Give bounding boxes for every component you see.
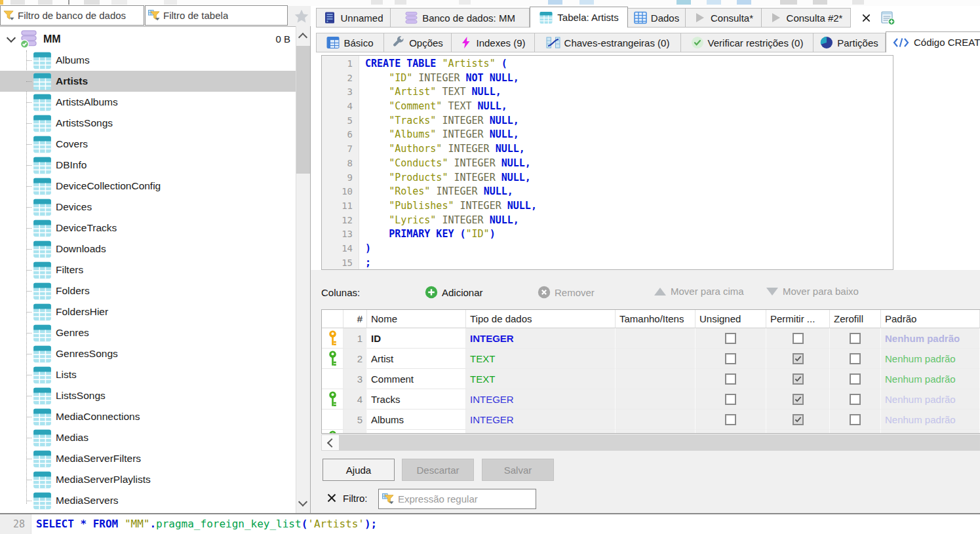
editor-tab-op-es[interactable]: Opções xyxy=(384,33,452,52)
column-row-tracks[interactable]: 4TracksINTEGERNenhum padrão xyxy=(322,389,980,410)
checkbox-checked[interactable] xyxy=(793,373,804,385)
tree-item-table-genres[interactable]: Genres xyxy=(0,322,296,343)
filter-close-icon[interactable] xyxy=(326,492,337,503)
grid-header-key[interactable] xyxy=(322,310,343,328)
checkbox-checked[interactable] xyxy=(793,353,804,364)
tree-item-table-mediaservers[interactable]: MediaServers xyxy=(0,490,296,511)
database-tree[interactable]: MM0 BAlbumsArtistsArtistsAlbumsArtistsSo… xyxy=(0,26,296,513)
ajuda-button[interactable]: Ajuda xyxy=(323,459,395,481)
editor-tab-indexes-9-[interactable]: Indexes (9) xyxy=(452,33,535,52)
column-row-partial[interactable] xyxy=(322,430,980,434)
checkbox-unchecked[interactable] xyxy=(725,394,736,405)
editor-tab-parti-es[interactable]: Partições xyxy=(813,33,886,52)
grid-scrollbar-thumb[interactable] xyxy=(339,435,979,450)
checkbox-checked[interactable] xyxy=(793,394,804,405)
session-tab-unnamed[interactable]: Unnamed xyxy=(316,8,391,28)
grid-filter-input[interactable]: Expressão regular xyxy=(378,489,536,509)
checkbox-unchecked[interactable] xyxy=(850,394,861,405)
columns-action-remover[interactable]: Remover xyxy=(538,286,595,299)
checkbox-unchecked[interactable] xyxy=(725,414,736,425)
session-tab-dados[interactable]: Dados xyxy=(628,8,686,28)
tree-item-table-foldershier[interactable]: FoldersHier xyxy=(0,301,296,322)
checkbox-unchecked[interactable] xyxy=(725,353,736,364)
grid-header-permitir-[interactable]: Permitir ... xyxy=(766,310,830,328)
session-tab-consulta-[interactable]: Consulta* xyxy=(686,8,762,28)
columns-grid[interactable]: #NomeTipo de dadosTamanho/ItensUnsignedP… xyxy=(321,309,980,434)
grid-header-tamanho-itens[interactable]: Tamanho/Itens xyxy=(616,310,696,328)
new-query-tab-icon[interactable] xyxy=(880,10,895,26)
tree-item-table-medias[interactable]: Medias xyxy=(0,427,296,448)
tree-scrollbar-thumb[interactable] xyxy=(296,46,310,174)
salvar-button[interactable]: Salvar xyxy=(482,459,554,481)
tree-item-table-devicetracks[interactable]: DeviceTracks xyxy=(0,218,296,238)
grid-horizontal-scrollbar[interactable] xyxy=(321,434,980,451)
tree-item-table-covers[interactable]: Covers xyxy=(0,134,296,155)
tree-item-table-artistsalbums[interactable]: ArtistsAlbums xyxy=(0,92,296,113)
star-icon[interactable] xyxy=(293,8,310,25)
editor-tab-verificar-restri-es-0-[interactable]: Verificar restrições (0) xyxy=(681,33,813,52)
editor-tab-chaves-estrangeiras-0-[interactable]: Chaves-estrangeiras (0) xyxy=(535,33,681,52)
check-icon xyxy=(691,36,704,49)
checkbox-unchecked[interactable] xyxy=(793,333,804,344)
tree-item-table-lists[interactable]: Lists xyxy=(0,364,296,385)
descartar-button[interactable]: Descartar xyxy=(402,459,474,481)
tree-item-table-genressongs[interactable]: GenresSongs xyxy=(0,343,296,364)
close-tab-icon[interactable] xyxy=(861,13,871,23)
grid-header-padr-o[interactable]: Padrão xyxy=(881,310,980,328)
checkbox-unchecked[interactable] xyxy=(850,353,861,364)
tree-item-table-artistssongs[interactable]: ArtistsSongs xyxy=(0,113,296,134)
checkbox-unchecked[interactable] xyxy=(850,333,861,344)
column-row-comment[interactable]: 3CommentTEXTNenhum padrão xyxy=(322,369,980,389)
columns-action-mover-para-baixo[interactable]: Mover para baixo xyxy=(766,286,859,297)
table-filter-placeholder: Filtro de tabela xyxy=(163,10,228,21)
tree-item-table-albums[interactable]: Albums xyxy=(0,50,296,71)
checkbox-unchecked[interactable] xyxy=(850,373,861,385)
grid-header-unsigned[interactable]: Unsigned xyxy=(696,310,766,328)
tree-item-table-devices[interactable]: Devices xyxy=(0,197,296,218)
checkbox-unchecked[interactable] xyxy=(850,414,861,425)
grid-header-nome[interactable]: Nome xyxy=(367,310,466,328)
column-row-albums[interactable]: 5AlbumsINTEGERNenhum padrão xyxy=(322,410,980,430)
scroll-down-icon[interactable] xyxy=(298,497,307,506)
tree-item-table-filters[interactable]: Filters xyxy=(0,259,296,280)
grid-header-#[interactable]: # xyxy=(343,310,367,328)
create-code-editor[interactable]: 123456789101112131415 CREATE TABLE "Arti… xyxy=(321,55,893,270)
database-filter-input[interactable]: Filtro de banco de dados xyxy=(0,5,144,26)
session-tab-tabela-artists[interactable]: Tabela: Artists xyxy=(530,7,628,28)
checkbox-checked[interactable] xyxy=(793,414,804,425)
tree-item-table-mediaserverfilters[interactable]: MediaServerFilters xyxy=(0,448,296,469)
table-funnel-icon-input[interactable]: Filtro de tabela xyxy=(145,5,288,26)
session-tab-consulta-2-[interactable]: Consulta #2* xyxy=(762,8,851,28)
toolbar-fragment xyxy=(707,0,721,5)
tree-item-table-mediaserverplaylists[interactable]: MediaServerPlaylists xyxy=(0,469,296,490)
tree-table-icon xyxy=(32,407,52,427)
columns-action-mover-para-cima[interactable]: Mover para cima xyxy=(654,286,744,297)
tree-table-icon xyxy=(32,176,52,197)
scroll-up-icon[interactable] xyxy=(298,33,307,42)
editor-tab-c-digo-create[interactable]: Código CREATE xyxy=(886,31,980,52)
tree-item-table-dbinfo[interactable]: DBInfo xyxy=(0,155,296,176)
column-row-artist[interactable]: 2ArtistTEXTNenhum padrão xyxy=(322,349,980,369)
session-tab-banco-de-dados-mm[interactable]: Banco de dados: MM xyxy=(391,8,530,28)
editor-tab-b-sico[interactable]: Básico xyxy=(316,33,384,52)
editor-code[interactable]: CREATE TABLE "Artists" ( "ID" INTEGER NO… xyxy=(359,56,537,269)
tree-scrollbar[interactable] xyxy=(296,26,311,513)
index-key-icon xyxy=(327,430,338,434)
column-row-id[interactable]: 1IDINTEGERNenhum padrão xyxy=(322,328,980,349)
scroll-left-button[interactable] xyxy=(322,435,339,450)
tree-item-table-devicecollectionconfig[interactable]: DeviceCollectionConfig xyxy=(0,176,296,197)
tree-item-table-downloads[interactable]: Downloads xyxy=(0,238,296,259)
checkbox-unchecked[interactable] xyxy=(725,333,736,344)
tree-item-table-listssongs[interactable]: ListsSongs xyxy=(0,385,296,406)
tree-item-table-mediaconnections[interactable]: MediaConnections xyxy=(0,406,296,427)
grid-header-zerofill[interactable]: Zerofill xyxy=(830,310,881,328)
grid-header-tipo-de-dados[interactable]: Tipo de dados xyxy=(466,310,616,328)
expander-chevron-icon[interactable] xyxy=(7,33,16,42)
checkbox-unchecked[interactable] xyxy=(725,373,736,385)
tree-item-database[interactable]: MM0 B xyxy=(0,28,296,50)
tree-item-table-artists[interactable]: Artists xyxy=(0,71,296,92)
tree-item-table-folders[interactable]: Folders xyxy=(0,280,296,301)
tree-table-icon xyxy=(32,113,52,134)
action-label: Remover xyxy=(555,287,595,298)
columns-action-adicionar[interactable]: Adicionar xyxy=(425,286,483,299)
